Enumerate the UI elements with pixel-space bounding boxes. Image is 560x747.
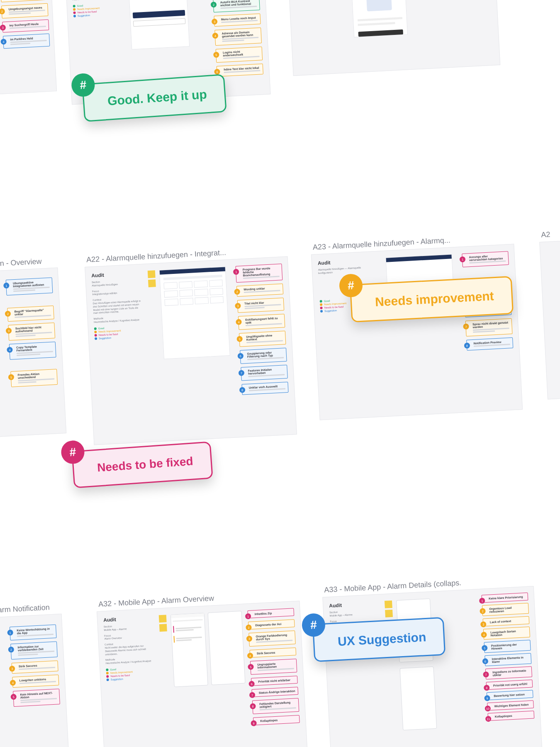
note: 3Lack of context <box>483 616 530 627</box>
note: 1Inhettlos Zip <box>247 608 294 618</box>
card-title: A32 - Mobile App - Alarm Overview <box>98 594 214 609</box>
card-a2x: A2 <box>539 235 560 399</box>
note: 4Adresse als Domain gesendet werden kann <box>214 27 262 46</box>
note: 5Ungruppierte Informationen <box>250 659 297 675</box>
note: 7Status-Ändrige Interaktion <box>251 687 298 697</box>
note: 1Progress Bar wurde fehliche Branchenauf… <box>235 264 282 283</box>
card-title: A2 <box>541 230 550 239</box>
card-title: gen - Overview <box>0 257 42 269</box>
card-title: A22 - Alarmquelle hinzufuegen - Integrat… <box>86 248 226 264</box>
card-a33: A33 - Mobile App - Alarm Details (collap… <box>322 586 544 747</box>
pill-label: Needs improvement <box>375 289 494 309</box>
note: 3Menu Leseite noch Imput <box>214 13 261 27</box>
note: 3Titel nicht klar <box>237 298 284 313</box>
note: 8Notification Preview <box>466 337 513 351</box>
note: 1Anrungs aller verursachten kategorien <box>462 251 509 267</box>
card-a22: A22 - Alarmquelle hinzufuegen - Integrat… <box>85 256 297 445</box>
note: 4im Parkfres Held <box>3 34 50 49</box>
card-title: A23 - Alarmquelle hinzufuegen - Alarmq..… <box>312 236 450 251</box>
card-title: - Alarm Notification <box>0 603 50 615</box>
note: 4Copy Template Fernandent <box>9 342 56 360</box>
note: 2Diagnosets der Aci <box>248 619 295 630</box>
card-a23: A23 - Alarmquelle hinzufuegen - Alarmq..… <box>311 244 523 420</box>
pill-label: Needs to be fixed <box>97 454 194 474</box>
note: 2AutoFit BUA Kontrast wichtet und funkti… <box>213 0 260 12</box>
note: 11Kollaptiopes <box>487 710 534 721</box>
note: 10Wichtiges Element hiden <box>487 700 534 710</box>
note: 1Keine klare Priorisierung <box>482 593 528 603</box>
note: 8Unklar vorh Ausweilt <box>241 382 288 395</box>
pill-label: UX Suggestion <box>337 630 426 649</box>
note: 6Interaktive Elemente in klarer <box>485 653 531 666</box>
note: 1Ubungseektive Integrationen auflisten <box>6 277 53 295</box>
note: 2Wording unklar <box>236 283 283 297</box>
card-top-left-partial: 1ng work/File wird angezeigt 2Umgebungsa… <box>0 0 57 100</box>
note: 1Keine Wortschätzung in die App <box>10 625 57 641</box>
status-pill-fix: # Needs to be fixed <box>71 441 213 488</box>
note: 9Kollaptiopes <box>253 715 300 725</box>
note: 5Kein Hinweis auf NEXT-Aktion <box>13 688 60 707</box>
note: 2Begriff "Alarmquelle" unklar <box>7 305 54 322</box>
audit-heading: Audit <box>329 601 379 609</box>
note: 2Orgentous Load reduzieren <box>482 603 529 616</box>
note: 5Logins nicht anderwechselt <box>216 46 263 63</box>
note: 4Lowgriten unkitons <box>12 674 59 688</box>
note: 7Features Initialen hervorheben <box>241 365 288 381</box>
note: 7Ingrediens zu Informatio ubklar <box>485 666 532 680</box>
note: 6Gruppierung oder Filterung nach Typ <box>240 348 287 364</box>
note: 6hdine Text klar nicht lokal <box>217 63 263 77</box>
status-pill-suggestion: # UX Suggestion <box>312 617 446 662</box>
note: 2Umgebungsangst neues <box>1 3 48 19</box>
note: 3Suchfeld hier nicht aufnehmend <box>8 322 55 341</box>
hash-icon: # <box>61 440 85 465</box>
audit-heading: Audit <box>318 258 368 266</box>
note: 6Priorität nicht erklärbar <box>251 676 298 686</box>
note: 4Strik Secures <box>249 647 296 658</box>
canvas-root: 1ng work/File wird angezeigt 2Umgebungsa… <box>0 0 560 747</box>
note: 5Fremdes Aktion unscheidend <box>10 369 58 387</box>
audit-heading: Audit <box>103 615 153 623</box>
note: 8Priorität not userg erfühl <box>486 679 533 690</box>
note: 1ng work/File wird angezeigt <box>0 0 48 2</box>
note: 2Information zur verbleibenden Zeit <box>10 641 58 659</box>
note: 7Sprav nicht direkt genutzt werden <box>465 318 513 337</box>
card-title: A33 - Mobile App - Alarm Details (collap… <box>324 579 462 594</box>
note: 3Strik Secures <box>11 660 58 674</box>
card-a32: A32 - Mobile App - Alarm Overview Audit … <box>97 601 310 747</box>
note: 5Ungültigseite ohne Kontext <box>239 331 286 347</box>
audit-heading: Audit <box>91 270 141 278</box>
note: 4Eskillanungsart fehlt zu spät <box>238 314 285 330</box>
card-top-right <box>288 0 500 76</box>
note: 8Fehlendes Darstellung zeitigiert <box>252 698 299 714</box>
pill-label: Good. Keep it up <box>107 87 207 108</box>
hash-icon: # <box>302 613 326 637</box>
note: 9Bewertung hier setzen <box>487 690 533 700</box>
note: 3Orange Farbkodierung durch Sys <box>248 630 296 647</box>
card-overview-partial: gen - Overview 1Ubungseektive Integratio… <box>0 268 66 442</box>
note: 3tey Suchergriff Heule <box>2 20 49 33</box>
card-alarm-notification: - Alarm Notification NotizFitnessDetails… <box>0 614 71 747</box>
note: 5Positionierung der Hinweis <box>484 640 531 653</box>
note: 4Lowgritach Sorten Notation <box>483 627 530 640</box>
